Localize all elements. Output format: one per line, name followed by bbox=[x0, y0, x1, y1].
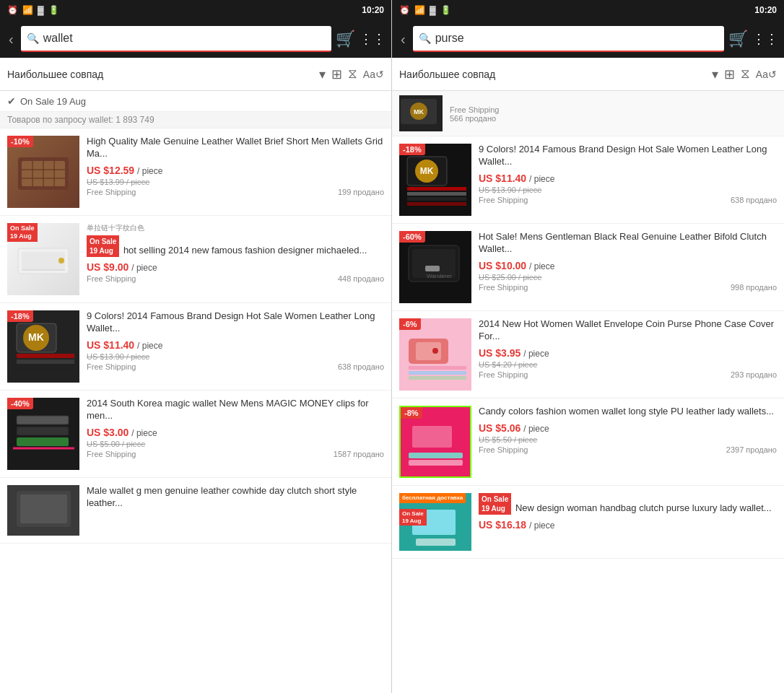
left-product-price-4: US $3.00 / piece bbox=[87, 427, 384, 438]
right-search-icon: 🔍 bbox=[419, 32, 431, 44]
svg-text:MK: MK bbox=[28, 331, 44, 343]
left-sold-1: 199 продано bbox=[338, 188, 384, 196]
right-on-sale-badge-5: On Sale19 Aug bbox=[399, 509, 427, 526]
right-product-title-2: Hot Sale! Mens Gentleman Black Real Genu… bbox=[479, 231, 777, 256]
left-sale-banner: ✔ On Sale 19 Aug bbox=[0, 91, 391, 112]
left-sort-icon[interactable]: Аа↺ bbox=[363, 69, 384, 80]
left-original-price-4: US $5.00 / piece bbox=[87, 440, 384, 448]
right-sold-3: 293 продано bbox=[731, 370, 777, 379]
right-dropdown-arrow[interactable]: ▾ bbox=[712, 66, 718, 82]
right-product-img-2: -60% Wanderer bbox=[399, 231, 471, 303]
left-product-item-2[interactable]: On Sale19 Aug 单拉链十字纹白色 On Sale19 Aug hot… bbox=[0, 216, 391, 303]
right-product-item-4[interactable]: -8% Candy colors fashion women wallet lo… bbox=[392, 398, 784, 486]
left-product-item-1[interactable]: -10% High Quality Male Genuine Leather W… bbox=[0, 128, 391, 216]
right-panel: ⏰ 📶 ▓ 🔋 10:20 ‹ 🔍 purse 🛒 ⋮⋮ Наибольшее … bbox=[392, 0, 784, 693]
right-sold-1: 638 продано bbox=[731, 196, 777, 204]
right-status-bar: ⏰ 📶 ▓ 🔋 10:20 bbox=[392, 0, 784, 20]
right-product-list: -18% MK 9 Colors! 2014 Famous Brand Desi… bbox=[392, 136, 784, 693]
left-shipping-2: Free Shipping 448 продано bbox=[87, 274, 384, 283]
svg-rect-30 bbox=[407, 192, 466, 196]
left-product-title-3: 9 Colors! 2014 Famous Brand Design Hot S… bbox=[87, 310, 384, 335]
left-grid-icon[interactable]: ⊞ bbox=[331, 66, 342, 82]
right-scroll-top-item[interactable]: MK Free Shipping 566 продано bbox=[392, 91, 784, 136]
right-product-info-5: On Sale19 Aug New design woman handbag c… bbox=[479, 493, 777, 551]
right-product-title-5: On Sale19 Aug New design woman handbag c… bbox=[479, 493, 777, 515]
svg-point-39 bbox=[432, 348, 438, 354]
left-product-title-4: 2014 South Korea magic wallet New Mens M… bbox=[87, 398, 384, 422]
right-original-price-2: US $25.00 / piece bbox=[479, 273, 777, 282]
svg-rect-14 bbox=[17, 354, 74, 358]
right-shipping-2: Free Shipping 998 продано bbox=[479, 283, 777, 292]
right-sort-icon[interactable]: Аа↺ bbox=[756, 69, 777, 80]
right-product-item-5[interactable]: бесплатная доставка On Sale19 Aug On Sal… bbox=[392, 486, 784, 559]
svg-rect-41 bbox=[409, 371, 466, 375]
left-product-item-4[interactable]: -40% 2014 South Korea magic wallet New M… bbox=[0, 391, 391, 478]
left-result-count: Товаров по запросу wallet: 1 893 749 bbox=[0, 112, 391, 128]
right-product-price-4: US $5.06 / piece bbox=[479, 422, 777, 434]
left-search-text: wallet bbox=[43, 32, 326, 45]
svg-text:MK: MK bbox=[414, 108, 424, 116]
left-discount-badge-3: -18% bbox=[7, 310, 33, 322]
right-filter-bar: Наибольшее совпад ▾ ⊞ ⧖ Аа↺ bbox=[392, 58, 784, 91]
right-product-img-5: бесплатная доставка On Sale19 Aug bbox=[399, 493, 471, 551]
left-product-item-3[interactable]: -18% MK 9 Colors! 2014 Famous Brand Desi… bbox=[0, 303, 391, 391]
left-dropdown-arrow[interactable]: ▾ bbox=[319, 66, 326, 82]
left-product-img-1: -10% bbox=[7, 136, 79, 208]
left-search-icon: 🔍 bbox=[27, 32, 39, 44]
right-product-title-3: 2014 New Hot Women Wallet Envelope Coin … bbox=[479, 318, 777, 343]
left-check-icon: ✔ bbox=[7, 95, 16, 107]
left-signal-icon: ▓ bbox=[38, 5, 44, 15]
left-product-img-5 bbox=[7, 485, 79, 536]
left-menu-icon[interactable]: ⋮⋮ bbox=[360, 31, 386, 47]
right-discount-badge-1: -18% bbox=[399, 144, 425, 155]
left-sort-label: Наибольшее совпад bbox=[7, 69, 313, 80]
right-product-price-5: US $16.18 / piece bbox=[479, 519, 777, 531]
right-product-title-1: 9 Colors! 2014 Famous Brand Design Hot S… bbox=[479, 144, 777, 168]
left-sale-text: On Sale 19 Aug bbox=[20, 96, 86, 107]
left-product-item-5[interactable]: Male wallet g men genuine leather cowhid… bbox=[0, 478, 391, 544]
right-filter-icon[interactable]: ⧖ bbox=[741, 66, 750, 82]
right-product-title-4: Candy colors fashion women wallet long s… bbox=[479, 406, 777, 418]
left-discount-badge-1: -10% bbox=[7, 136, 33, 147]
right-original-price-3: US $4.20 / piece bbox=[479, 360, 777, 369]
left-back-button[interactable]: ‹ bbox=[6, 28, 17, 51]
left-shipping-4: Free Shipping 1587 продано bbox=[87, 450, 384, 458]
left-sold-2: 448 продано bbox=[338, 274, 384, 283]
svg-rect-45 bbox=[409, 453, 463, 458]
right-time: 10:20 bbox=[754, 5, 777, 15]
right-product-item-3[interactable]: -6% 2014 New Hot Women Wallet Envelope C… bbox=[392, 311, 784, 398]
right-menu-icon[interactable]: ⋮⋮ bbox=[752, 31, 778, 47]
right-back-button[interactable]: ‹ bbox=[398, 28, 409, 51]
right-grid-icon[interactable]: ⊞ bbox=[724, 66, 735, 82]
svg-rect-15 bbox=[17, 359, 74, 364]
left-search-bar: ‹ 🔍 wallet 🛒 ⋮⋮ bbox=[0, 20, 391, 58]
right-search-input-wrap[interactable]: 🔍 purse bbox=[413, 26, 724, 52]
svg-rect-46 bbox=[409, 460, 463, 466]
left-battery-icon: 🔋 bbox=[48, 5, 59, 15]
right-original-price-1: US $13.90 / piece bbox=[479, 186, 777, 194]
svg-rect-44 bbox=[412, 426, 452, 448]
right-product-item-1[interactable]: -18% MK 9 Colors! 2014 Famous Brand Desi… bbox=[392, 136, 784, 224]
left-panel: ⏰ 📶 ▓ 🔋 10:20 ‹ 🔍 wallet 🛒 ⋮⋮ Наибольшее… bbox=[0, 0, 392, 693]
left-product-info-4: 2014 South Korea magic wallet New Mens M… bbox=[87, 398, 384, 470]
left-shipping-3: Free Shipping 638 продано bbox=[87, 362, 384, 371]
right-cart-icon[interactable]: 🛒 bbox=[728, 30, 748, 48]
left-product-price-3: US $11.40 / piece bbox=[87, 339, 384, 351]
svg-rect-19 bbox=[17, 437, 69, 446]
left-filter-icon[interactable]: ⧖ bbox=[348, 66, 357, 82]
svg-text:MK: MK bbox=[419, 166, 433, 176]
left-product-info-5: Male wallet g men genuine leather cowhid… bbox=[87, 485, 384, 536]
right-product-img-3: -6% bbox=[399, 318, 471, 391]
right-on-sale-text-5: On Sale19 Aug bbox=[479, 493, 511, 515]
svg-text:Wanderer: Wanderer bbox=[427, 273, 452, 279]
left-cart-icon[interactable]: 🛒 bbox=[336, 30, 355, 48]
right-battery-icon: 🔋 bbox=[440, 5, 451, 15]
left-time: 10:20 bbox=[362, 5, 384, 15]
left-on-sale-badge-2: On Sale19 Aug bbox=[87, 235, 119, 257]
right-product-item-2[interactable]: -60% Wanderer Hot Sale! Mens Gentleman B… bbox=[392, 224, 784, 311]
left-wifi-icon: 📶 bbox=[22, 5, 33, 15]
right-product-img-4: -8% bbox=[399, 406, 471, 478]
left-discount-badge-4: -40% bbox=[7, 398, 33, 409]
right-product-info-1: 9 Colors! 2014 Famous Brand Design Hot S… bbox=[479, 144, 777, 216]
left-search-input-wrap[interactable]: 🔍 wallet bbox=[21, 26, 331, 52]
